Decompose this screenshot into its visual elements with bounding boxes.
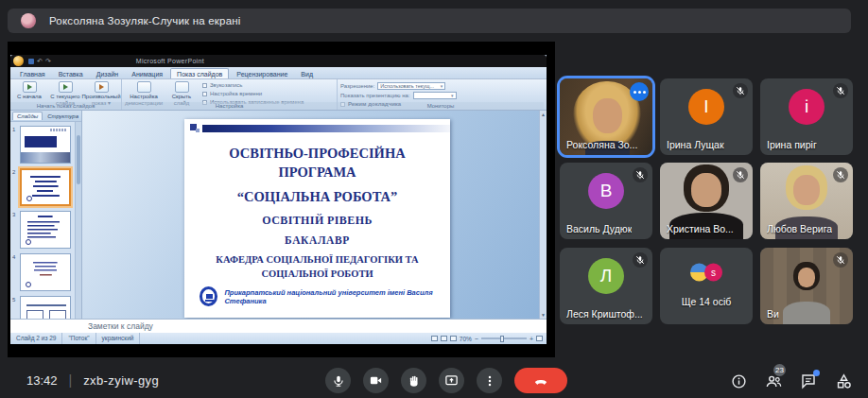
tab-slideshow[interactable]: Показ слайдов <box>170 68 229 78</box>
meeting-details-button[interactable] <box>729 372 748 390</box>
mic-button[interactable] <box>325 368 351 393</box>
setup-slideshow-icon <box>137 81 151 93</box>
ribbon: С начала С текущего слайда Произвольный … <box>10 79 547 111</box>
slide-title-line: КАФЕДРА СОЦІАЛЬНОЇ ПЕДАГОГІКИ ТА СОЦІАЛЬ… <box>194 252 441 281</box>
participant-tile[interactable]: Христина Во... <box>660 163 753 239</box>
quick-access-toolbar: ↶ ↷ <box>28 58 51 64</box>
tab-insert[interactable]: Вставка <box>53 69 89 78</box>
ribbon-tab-bar: Главная Вставка Дизайн Анимация Показ сл… <box>10 67 547 79</box>
window-title: Microsoft PowerPoint <box>136 58 204 64</box>
slide-title-line: “СОЦІАЛЬНА РОБОТА” <box>194 189 441 205</box>
overflow-count-label: Ще 14 осіб <box>660 296 753 307</box>
participant-tile[interactable]: і Ірина пиріг <box>760 78 853 155</box>
tab-design[interactable]: Дизайн <box>91 69 125 78</box>
slide-title-line: БАКАЛАВР <box>194 234 441 246</box>
participant-tile[interactable]: Л Леся Криштоф... <box>560 248 652 324</box>
current-slide[interactable]: ОСВІТНЬО-ПРОФЕСІЙНА ПРОГРАМА “СОЦІАЛЬНА … <box>184 119 450 318</box>
resolution-row: Разрешение: Использовать текущ... ▾ <box>340 82 541 90</box>
self-label: Ви <box>767 308 779 320</box>
mini-avatar: s <box>704 264 722 282</box>
participant-tile[interactable]: В Василь Дудюк <box>560 163 652 239</box>
chat-button[interactable] <box>799 372 818 390</box>
mic-muted-icon <box>633 252 648 268</box>
ribbon-group-monitors: Разрешение: Использовать текущ... ▾ Пока… <box>338 79 544 110</box>
zoom-out-icon[interactable]: − <box>475 336 478 342</box>
zoom-slider[interactable] <box>481 337 527 339</box>
participants-count-badge: 23 <box>773 364 786 376</box>
avatar: Л <box>588 258 624 294</box>
mic-muted-icon <box>633 167 648 182</box>
slideshow-view-icon[interactable] <box>450 336 457 341</box>
participant-name: Василь Дудюк <box>566 223 632 234</box>
divider: | <box>69 372 73 388</box>
redo-icon[interactable]: ↷ <box>45 58 51 64</box>
from-beginning-icon <box>23 81 37 93</box>
present-screen-button[interactable] <box>439 368 464 393</box>
status-bar: Слайд 2 из 29 "Поток" украинский 70% − + <box>10 333 547 344</box>
record-narration-option[interactable]: Звукозапись <box>202 82 304 89</box>
slide-sorter-icon[interactable] <box>441 336 447 341</box>
slides-pane: Слайды Структура × 1 2 <box>10 111 82 319</box>
avatar: І <box>688 89 724 125</box>
fit-to-window-icon[interactable] <box>536 336 543 341</box>
participant-name: Любов Верига <box>767 223 832 234</box>
undo-icon[interactable]: ↶ <box>37 58 43 64</box>
normal-view-icon[interactable] <box>431 336 438 341</box>
raise-hand-button[interactable] <box>401 368 426 393</box>
slide-thumbnail-5[interactable]: 5 <box>20 296 75 319</box>
tab-outline[interactable]: Структура <box>43 112 82 120</box>
raise-hand-icon <box>408 374 421 388</box>
slide-thumbnail-3[interactable]: 3 <box>20 211 75 249</box>
ribbon-group-start-slideshow: С начала С текущего слайда Произвольный … <box>10 79 122 110</box>
zoom-slider-thumb[interactable] <box>500 336 504 342</box>
camera-button[interactable] <box>363 368 389 393</box>
notes-area[interactable]: Заметки к слайду <box>10 319 547 333</box>
from-beginning-button[interactable]: С начала <box>13 81 45 100</box>
call-controls <box>325 368 567 393</box>
participant-tile[interactable]: Любов Верига <box>760 163 853 239</box>
chat-notification-dot <box>813 370 820 376</box>
mic-muted-icon <box>733 83 748 98</box>
resolution-dropdown[interactable]: Использовать текущ... ▾ <box>377 82 445 90</box>
tab-slides-thumbnails[interactable]: Слайды <box>12 112 43 120</box>
checkbox-icon <box>202 92 207 96</box>
tile-more-options-button[interactable] <box>630 82 649 101</box>
zoom-in-icon[interactable]: + <box>529 336 533 342</box>
canvas-scrollbar[interactable] <box>539 111 547 319</box>
save-icon[interactable] <box>28 59 34 64</box>
end-call-icon <box>532 372 549 389</box>
activities-button[interactable] <box>834 372 853 390</box>
activities-icon <box>835 372 853 390</box>
chevron-down-icon: ▾ <box>451 93 454 98</box>
show-participants-button[interactable]: 23 <box>764 372 783 390</box>
mic-muted-icon <box>833 83 848 98</box>
mic-icon <box>332 374 345 388</box>
rehearse-timings-option[interactable]: Настройка времени <box>202 91 304 97</box>
camera-icon <box>369 373 383 388</box>
office-button-icon[interactable] <box>13 56 24 66</box>
presenter-avatar <box>21 13 36 28</box>
university-logo <box>200 286 217 306</box>
slide-thumbnail-1[interactable]: 1 <box>20 126 75 164</box>
status-slide-number: Слайд 2 из 29 <box>10 333 62 344</box>
hide-slide-icon <box>175 81 189 93</box>
present-screen-icon <box>444 373 459 388</box>
participant-tile[interactable]: І Ірина Лущак <box>660 78 753 155</box>
self-view-tile[interactable]: Ви <box>760 248 853 324</box>
more-options-button[interactable] <box>477 368 502 393</box>
ribbon-group-setup: Настройка демонстрации Скрыть слайд Звук… <box>122 79 338 110</box>
slide-thumbnail-4[interactable]: 4 <box>20 253 75 291</box>
overflow-participants-tile[interactable]: s Ще 14 осіб <box>660 248 753 324</box>
tab-home[interactable]: Главная <box>14 69 51 78</box>
participant-tile[interactable]: Роксоляна Зо... <box>560 78 652 155</box>
avatar: і <box>789 89 825 125</box>
avatar: В <box>588 173 624 209</box>
tab-review[interactable]: Рецензирование <box>231 69 293 78</box>
tab-animations[interactable]: Анимация <box>126 69 168 78</box>
participant-name: Леся Криштоф... <box>566 308 643 320</box>
tab-view[interactable]: Вид <box>295 69 319 78</box>
end-call-button[interactable] <box>514 368 567 393</box>
slide-thumbnail-2[interactable]: 2 <box>20 168 75 206</box>
show-on-dropdown[interactable]: ▾ <box>413 92 457 99</box>
pane-scrollbar[interactable] <box>75 122 81 319</box>
